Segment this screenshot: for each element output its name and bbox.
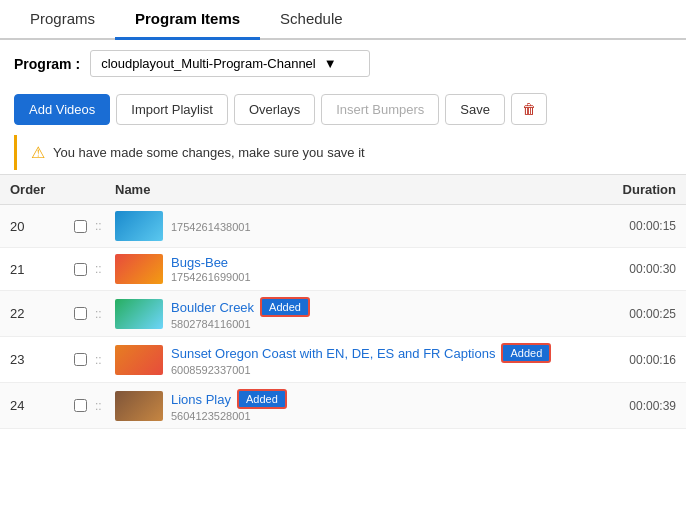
video-title: Boulder Creek — [171, 300, 254, 315]
cell-duration: 00:00:30 — [586, 262, 676, 276]
cell-duration: 00:00:15 — [586, 219, 676, 233]
cell-order: 22 — [10, 306, 65, 321]
table-row: 23 :: Sunset Oregon Coast with EN, DE, E… — [0, 337, 686, 383]
col-name: Name — [115, 182, 586, 197]
warning-message: You have made some changes, make sure yo… — [53, 145, 365, 160]
program-label: Program : — [14, 56, 80, 72]
cell-check[interactable] — [65, 353, 95, 366]
video-title: Lions Play — [171, 392, 231, 407]
drag-handle-icon[interactable]: :: — [95, 219, 115, 233]
video-title: Sunset Oregon Coast with EN, DE, ES and … — [171, 346, 495, 361]
name-info: Bugs-Bee 1754261699001 — [171, 255, 251, 283]
program-value: cloudplayout_Multi-Program-Channel — [101, 56, 316, 71]
video-id: 5802784116001 — [171, 318, 310, 330]
cell-order: 23 — [10, 352, 65, 367]
warning-icon: ⚠ — [31, 143, 45, 162]
col-drag — [95, 182, 115, 197]
table-container: Order Name Duration 20 :: 1754261438001 … — [0, 174, 686, 429]
col-order: Order — [10, 182, 65, 197]
delete-button[interactable]: 🗑 — [511, 93, 547, 125]
cell-check[interactable] — [65, 399, 95, 412]
add-videos-button[interactable]: Add Videos — [14, 94, 110, 125]
warning-bar: ⚠ You have made some changes, make sure … — [14, 135, 672, 170]
cell-name: 1754261438001 — [115, 211, 586, 241]
cell-name: Lions Play Added 5604123528001 — [115, 389, 586, 422]
thumbnail — [115, 299, 163, 329]
name-info: Sunset Oregon Coast with EN, DE, ES and … — [171, 343, 551, 376]
thumbnail — [115, 254, 163, 284]
added-badge: Added — [237, 389, 287, 409]
row-checkbox[interactable] — [74, 263, 87, 276]
import-playlist-button[interactable]: Import Playlist — [116, 94, 228, 125]
table-row: 24 :: Lions Play Added 5604123528001 00:… — [0, 383, 686, 429]
cell-check[interactable] — [65, 220, 95, 233]
table-row: 21 :: Bugs-Bee 1754261699001 00:00:30 — [0, 248, 686, 291]
cell-check[interactable] — [65, 307, 95, 320]
name-title: Bugs-Bee — [171, 255, 251, 270]
col-duration: Duration — [586, 182, 676, 197]
cell-order: 21 — [10, 262, 65, 277]
video-id: 1754261699001 — [171, 271, 251, 283]
chevron-down-icon: ▼ — [324, 56, 337, 71]
name-info: Boulder Creek Added 5802784116001 — [171, 297, 310, 330]
added-badge: Added — [260, 297, 310, 317]
thumbnail — [115, 391, 163, 421]
actions-row: Add Videos Import Playlist Overlays Inse… — [0, 87, 686, 131]
video-id: 5604123528001 — [171, 410, 287, 422]
thumbnail — [115, 345, 163, 375]
table-header: Order Name Duration — [0, 174, 686, 205]
cell-name: Bugs-Bee 1754261699001 — [115, 254, 586, 284]
cell-duration: 00:00:25 — [586, 307, 676, 321]
overlays-button[interactable]: Overlays — [234, 94, 315, 125]
cell-check[interactable] — [65, 263, 95, 276]
row-checkbox[interactable] — [74, 307, 87, 320]
video-title: Bugs-Bee — [171, 255, 228, 270]
drag-handle-icon[interactable]: :: — [95, 307, 115, 321]
name-title: Boulder Creek Added — [171, 297, 310, 317]
cell-name: Sunset Oregon Coast with EN, DE, ES and … — [115, 343, 586, 376]
col-check — [65, 182, 95, 197]
name-info: 1754261438001 — [171, 220, 251, 233]
tabs-bar: Programs Program Items Schedule — [0, 0, 686, 40]
cell-duration: 00:00:16 — [586, 353, 676, 367]
tab-programs[interactable]: Programs — [10, 0, 115, 40]
cell-order: 24 — [10, 398, 65, 413]
row-checkbox[interactable] — [74, 399, 87, 412]
row-checkbox[interactable] — [74, 353, 87, 366]
thumbnail — [115, 211, 163, 241]
save-button[interactable]: Save — [445, 94, 505, 125]
tab-program-items[interactable]: Program Items — [115, 0, 260, 40]
video-id: 6008592337001 — [171, 364, 551, 376]
name-title: Sunset Oregon Coast with EN, DE, ES and … — [171, 343, 551, 363]
cell-order: 20 — [10, 219, 65, 234]
insert-bumpers-button[interactable]: Insert Bumpers — [321, 94, 439, 125]
added-badge: Added — [501, 343, 551, 363]
cell-name: Boulder Creek Added 5802784116001 — [115, 297, 586, 330]
program-select[interactable]: cloudplayout_Multi-Program-Channel ▼ — [90, 50, 370, 77]
row-checkbox[interactable] — [74, 220, 87, 233]
name-title: Lions Play Added — [171, 389, 287, 409]
table-row: 22 :: Boulder Creek Added 5802784116001 … — [0, 291, 686, 337]
program-row: Program : cloudplayout_Multi-Program-Cha… — [0, 40, 686, 87]
video-id: 1754261438001 — [171, 221, 251, 233]
table-row: 20 :: 1754261438001 00:00:15 — [0, 205, 686, 248]
drag-handle-icon[interactable]: :: — [95, 399, 115, 413]
drag-handle-icon[interactable]: :: — [95, 353, 115, 367]
cell-duration: 00:00:39 — [586, 399, 676, 413]
name-info: Lions Play Added 5604123528001 — [171, 389, 287, 422]
tab-schedule[interactable]: Schedule — [260, 0, 363, 40]
drag-handle-icon[interactable]: :: — [95, 262, 115, 276]
